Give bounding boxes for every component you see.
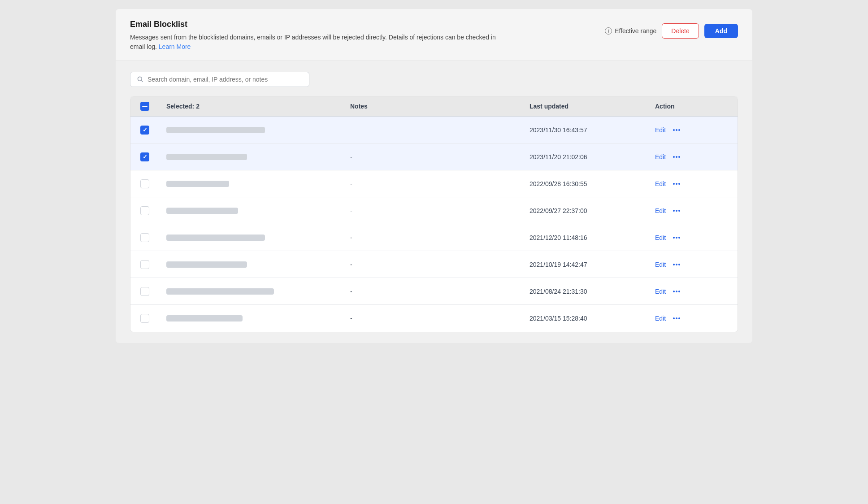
search-icon [137, 76, 144, 83]
row-domain-cell [159, 310, 343, 327]
more-button[interactable] [673, 156, 680, 158]
row-action-cell: Edit [648, 309, 738, 327]
row-domain-cell [159, 202, 343, 219]
checkbox-checked[interactable] [140, 152, 149, 161]
table-row: - 2021/03/15 15:28:40 Edit [130, 305, 738, 332]
row-timestamp-cell: 2021/03/15 15:28:40 [522, 309, 648, 327]
row-checkbox-cell[interactable] [130, 308, 159, 328]
table-row: - 2021/12/20 11:48:16 Edit [130, 224, 738, 251]
more-button[interactable] [673, 264, 680, 265]
page-header: Email Blocklist Messages sent from the b… [116, 9, 752, 61]
header-actions: i Effective range Delete Add [605, 23, 738, 39]
row-domain-cell [159, 175, 343, 192]
row-domain-cell [159, 229, 343, 246]
domain-blurred [166, 288, 274, 295]
info-icon: i [605, 27, 612, 35]
row-action-cell: Edit [648, 229, 738, 247]
row-notes-cell [343, 125, 522, 135]
select-all-cell[interactable] [130, 102, 159, 111]
row-action-cell: Edit [648, 121, 738, 139]
row-checkbox-cell[interactable] [130, 174, 159, 194]
row-timestamp-cell: 2021/08/24 21:31:30 [522, 282, 648, 300]
edit-button[interactable]: Edit [655, 234, 666, 241]
row-checkbox-cell[interactable] [130, 120, 159, 140]
row-action-cell: Edit [648, 256, 738, 274]
checkbox-unchecked[interactable] [140, 179, 149, 188]
checkbox-unchecked[interactable] [140, 260, 149, 269]
more-button[interactable] [673, 317, 680, 319]
search-input[interactable] [148, 76, 303, 83]
checkbox-unchecked[interactable] [140, 287, 149, 296]
row-notes-cell: - [343, 282, 522, 300]
domain-blurred [166, 208, 238, 214]
row-action-cell: Edit [648, 202, 738, 220]
row-checkbox-cell[interactable] [130, 282, 159, 301]
checkbox-unchecked[interactable] [140, 206, 149, 215]
edit-button[interactable]: Edit [655, 207, 666, 214]
delete-button[interactable]: Delete [662, 23, 699, 39]
th-action: Action [648, 102, 738, 111]
domain-blurred [166, 181, 229, 187]
row-action-cell: Edit [648, 175, 738, 193]
th-selected: Selected: 2 [159, 102, 343, 111]
row-action-cell: Edit [648, 148, 738, 166]
checkbox-checked[interactable] [140, 126, 149, 135]
checkbox-unchecked[interactable] [140, 314, 149, 323]
learn-more-link[interactable]: Learn More [159, 43, 191, 50]
domain-blurred [166, 154, 247, 160]
table-row: - 2023/11/20 21:02:06 Edit [130, 143, 738, 170]
indeterminate-checkbox[interactable] [140, 102, 149, 111]
row-domain-cell [159, 283, 343, 300]
table-row: 2023/11/30 16:43:57 Edit [130, 117, 738, 143]
domain-blurred [166, 261, 247, 268]
row-notes-cell: - [343, 256, 522, 274]
page-title: Email Blocklist [130, 20, 498, 29]
blocklist-table: Selected: 2 Notes Last updated Action 20… [130, 96, 738, 332]
checkbox-unchecked[interactable] [140, 233, 149, 242]
th-last-updated: Last updated [522, 102, 648, 111]
th-notes: Notes [343, 102, 522, 111]
row-domain-cell [159, 148, 343, 165]
edit-button[interactable]: Edit [655, 153, 666, 161]
row-domain-cell [159, 256, 343, 273]
edit-button[interactable]: Edit [655, 261, 666, 268]
table-row: - 2022/09/27 22:37:00 Edit [130, 197, 738, 224]
row-checkbox-cell[interactable] [130, 201, 159, 221]
more-button[interactable] [673, 129, 680, 131]
row-timestamp-cell: 2021/10/19 14:42:47 [522, 256, 648, 274]
table-header: Selected: 2 Notes Last updated Action [130, 96, 738, 117]
row-checkbox-cell[interactable] [130, 147, 159, 167]
search-bar [130, 72, 309, 87]
page-description: Messages sent from the blocklisted domai… [130, 33, 498, 52]
email-blocklist-page: Email Blocklist Messages sent from the b… [116, 9, 752, 343]
edit-button[interactable]: Edit [655, 315, 666, 322]
table-row: - 2022/09/28 16:30:55 Edit [130, 170, 738, 197]
row-timestamp-cell: 2023/11/30 16:43:57 [522, 121, 648, 139]
add-button[interactable]: Add [704, 24, 738, 38]
more-button[interactable] [673, 237, 680, 239]
row-notes-cell: - [343, 148, 522, 166]
row-notes-cell: - [343, 175, 522, 193]
row-notes-cell: - [343, 202, 522, 220]
edit-button[interactable]: Edit [655, 126, 666, 134]
row-timestamp-cell: 2023/11/20 21:02:06 [522, 148, 648, 166]
svg-point-0 [138, 77, 142, 81]
header-text-block: Email Blocklist Messages sent from the b… [130, 20, 498, 52]
row-timestamp-cell: 2022/09/27 22:37:00 [522, 202, 648, 220]
edit-button[interactable]: Edit [655, 180, 666, 187]
row-checkbox-cell[interactable] [130, 255, 159, 274]
more-button[interactable] [673, 210, 680, 212]
row-checkbox-cell[interactable] [130, 228, 159, 248]
more-button[interactable] [673, 291, 680, 292]
domain-blurred [166, 315, 243, 322]
content-area: Selected: 2 Notes Last updated Action 20… [116, 61, 752, 343]
edit-button[interactable]: Edit [655, 288, 666, 295]
effective-range: i Effective range [605, 27, 656, 35]
row-notes-cell: - [343, 309, 522, 327]
row-notes-cell: - [343, 229, 522, 247]
row-action-cell: Edit [648, 282, 738, 300]
more-button[interactable] [673, 183, 680, 185]
table-row: - 2021/08/24 21:31:30 Edit [130, 278, 738, 305]
domain-blurred [166, 127, 265, 133]
row-domain-cell [159, 122, 343, 139]
